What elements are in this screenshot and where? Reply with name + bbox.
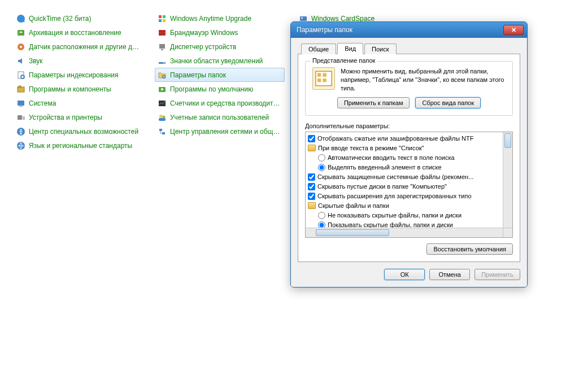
cpl-item[interactable]: QuickTime (32 бита) [14,11,143,25]
cpl-item[interactable]: Архивация и восстановление [14,25,143,40]
apply-button[interactable]: Применить [474,269,520,280]
cpl-item[interactable]: Программы по умолчанию [155,82,285,96]
cpl-item[interactable]: Учетные записи пользователей [155,110,285,124]
cpl-item-label: Программы по умолчанию [170,85,253,93]
cpl-item-label: Параметры папок [170,71,226,79]
scrollbar-thumb[interactable] [316,229,389,236]
cpl-item[interactable]: Система [14,96,143,110]
svg-point-26 [161,88,163,90]
svg-rect-39 [323,79,326,82]
reset-folders-button[interactable]: Сброс вида папок [415,97,481,108]
restore-defaults-button[interactable]: Восстановить умолчания [426,243,513,255]
ok-button[interactable]: ОК [384,269,425,280]
scrollbar-thumb[interactable] [504,133,511,148]
cpl-item-label: QuickTime (32 бита) [29,15,92,23]
cpl-item[interactable]: Язык и региональные стандарты [14,138,143,153]
tree-node[interactable]: Скрывать защищенные системные файлы (рек… [308,172,511,182]
checkbox[interactable] [308,193,315,200]
tree-node[interactable]: Скрытые файлы и папки [308,201,511,211]
devmgr-icon [158,42,167,51]
checkbox[interactable] [308,135,315,142]
cpl-item[interactable]: Центр управления сетями и общи... [155,124,285,138]
index-icon [16,71,25,80]
cpl-item-label: Устройства и принтеры [29,114,102,121]
cpl-item[interactable]: Центр специальных возможностей [14,124,143,138]
sound-icon [16,56,25,66]
folder-options-dialog: Параметры папок ✕ Общие Вид Поиск Предст… [290,21,528,288]
svg-rect-23 [163,63,165,63]
tree-node[interactable]: Скрывать расширения для зарегистрированн… [308,191,511,201]
advanced-label: Дополнительные параметры: [305,123,513,129]
perf-icon [158,99,167,108]
cpl-item[interactable]: Windows Anytime Upgrade [155,11,285,25]
programs-icon [16,85,25,94]
svg-rect-34 [301,18,303,19]
region-icon [16,141,25,150]
svg-rect-32 [162,132,165,134]
system-icon [16,99,25,108]
tree-node-label: Скрывать пустые диски в папке "Компьютер… [317,183,447,190]
cpl-item-label: Язык и региональные стандарты [29,142,132,150]
close-button[interactable]: ✕ [503,25,524,35]
dialog-titlebar[interactable]: Параметры папок ✕ [291,22,527,38]
cpl-item-label: Программы и компоненты [29,85,111,93]
svg-rect-36 [317,73,321,77]
cpl-item-label: Брандмауэр Windows [170,29,238,37]
cpl-item-label: Учетные записи пользователей [170,114,269,121]
cpl-item-label: Windows Anytime Upgrade [170,15,251,23]
tab-view[interactable]: Вид [337,43,363,54]
tree-node[interactable]: Скрывать пустые диски в папке "Компьютер… [308,182,511,191]
radio[interactable] [318,164,325,171]
cpl-item[interactable]: Счетчики и средства производител... [155,96,285,110]
tree-node[interactable]: Отображать сжатые или зашифрованные файл… [308,134,511,143]
users-icon [158,113,167,122]
cpl-item[interactable]: Датчик расположения и другие дат... [14,40,143,54]
cpl-item[interactable]: Параметры папок [155,68,285,82]
folderopt-icon [158,71,167,80]
cpl-item[interactable]: Параметры индексирования [14,68,143,82]
tree-node-label: При вводе текста в режиме "Список" [318,145,424,151]
notify-icon [158,56,167,66]
folder-icon [308,145,316,151]
cpl-item[interactable]: Устройства и принтеры [14,110,143,124]
apply-to-folders-button[interactable]: Применить к папкам [337,97,410,108]
cpl-item[interactable]: Диспетчер устройств [155,40,285,54]
svg-rect-11 [23,116,25,120]
cpl-item-label: Звук [29,57,43,65]
svg-rect-10 [18,115,22,120]
cpl-item[interactable]: Звук [14,54,143,68]
scrollbar-corner [503,228,512,237]
tree-node-label: Скрывать защищенные системные файлы (рек… [317,173,473,180]
tree-node[interactable]: Автоматически вводить текст в поле поиск… [308,153,511,163]
cpl-item[interactable]: Программы и компоненты [14,82,143,96]
svg-rect-38 [317,79,321,82]
radio[interactable] [318,212,325,219]
cpl-item-label: Датчик расположения и другие дат... [29,43,141,51]
vertical-scrollbar[interactable] [503,132,512,228]
checkbox[interactable] [308,183,315,190]
svg-rect-19 [159,30,166,36]
tab-general[interactable]: Общие [301,43,336,54]
tab-search[interactable]: Поиск [364,43,396,54]
column-1: QuickTime (32 бита)Архивация и восстанов… [14,11,143,153]
horizontal-scrollbar[interactable] [306,228,503,237]
tree-node[interactable]: Не показывать скрытые файлы, папки и дис… [308,211,511,220]
tree-node-label: Выделять введенный элемент в списке [328,164,442,171]
svg-rect-9 [19,106,23,107]
tree-node[interactable]: При вводе текста в режиме "Список" [308,143,511,153]
advanced-settings-tree[interactable]: Отображать сжатые или зашифрованные файл… [305,132,513,238]
tab-page-view: Представление папок Можно применить вид,… [298,54,520,262]
cpl-item[interactable]: Брандмауэр Windows [155,25,285,40]
tabs: Общие Вид Поиск [301,42,520,54]
dialog-buttons: ОК Отмена Применить [298,269,520,280]
radio[interactable] [318,154,325,162]
cpl-item[interactable]: Значки области уведомлений [155,54,285,68]
tree-node-label: Отображать сжатые или зашифрованные файл… [317,135,473,142]
cancel-button[interactable]: Отмена [429,269,470,280]
tree-node[interactable]: Выделять введенный элемент в списке [308,163,511,172]
access-icon [16,127,25,136]
checkbox[interactable] [308,173,315,181]
tree-node-label: Не показывать скрытые файлы, папки и дис… [328,212,461,219]
svg-rect-31 [159,129,162,131]
svg-rect-18 [163,19,166,22]
